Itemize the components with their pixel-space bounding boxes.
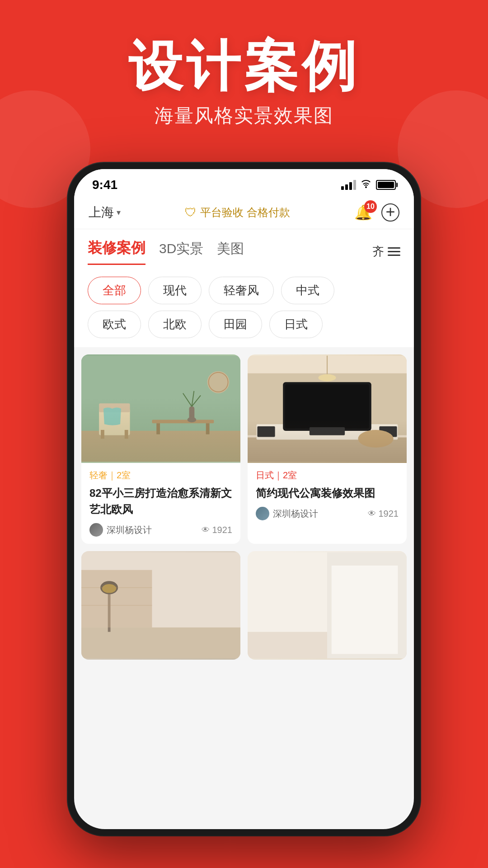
svg-rect-5 xyxy=(99,409,130,435)
svg-rect-18 xyxy=(248,438,407,462)
card-2-body: 日式｜2室 简约现代公寓装修效果图 深圳杨设计 👁 1921 xyxy=(248,463,407,528)
platform-text: 平台验收 合格付款 xyxy=(200,205,290,220)
card-1-author-name: 深圳杨设计 xyxy=(107,524,152,536)
card-1-image xyxy=(81,354,240,463)
chip-all[interactable]: 全部 xyxy=(88,277,141,304)
chevron-down-icon: ▾ xyxy=(117,208,121,217)
chip-japanese-label: 日式 xyxy=(284,317,308,331)
svg-rect-2 xyxy=(152,420,214,423)
chip-garden[interactable]: 田园 xyxy=(209,311,262,338)
chip-luxury[interactable]: 轻奢风 xyxy=(209,277,274,304)
chip-nordic[interactable]: 北欧 xyxy=(148,311,202,338)
svg-rect-23 xyxy=(258,426,275,437)
platform-badge: 🛡 平台验收 合格付款 xyxy=(185,205,290,220)
chip-modern-label: 现代 xyxy=(163,283,187,297)
chip-all-label: 全部 xyxy=(103,283,126,297)
card-3[interactable] xyxy=(81,551,240,660)
card-2-views: 👁 1921 xyxy=(368,509,399,519)
filter-row-2: 欧式 北欧 田园 日式 xyxy=(88,311,400,338)
more-label: 齐 xyxy=(372,244,384,259)
svg-rect-3 xyxy=(156,423,160,434)
card-2-image xyxy=(248,354,407,463)
svg-point-26 xyxy=(358,430,393,448)
card-2-tag: 日式｜2室 xyxy=(256,469,399,481)
nav-actions: 🔔 10 + xyxy=(354,203,399,222)
card-1-body: 轻奢｜2室 82平小三房打造治愈系清新文艺北欧风 深圳杨设计 👁 1921 xyxy=(81,463,240,544)
svg-rect-21 xyxy=(285,384,369,429)
card-1-avatar xyxy=(89,523,103,537)
svg-rect-22 xyxy=(320,430,333,434)
svg-rect-34 xyxy=(81,570,152,627)
card-3-image xyxy=(81,551,240,660)
tab-3d[interactable]: 3D实景 xyxy=(159,240,203,264)
card-2-meta: 深圳杨设计 👁 1921 xyxy=(256,507,399,520)
svg-rect-4 xyxy=(206,423,210,434)
svg-rect-6 xyxy=(99,403,130,412)
svg-rect-30 xyxy=(81,627,240,658)
notification-button[interactable]: 🔔 10 xyxy=(354,204,372,221)
card-2-title: 简约现代公寓装修效果图 xyxy=(256,485,399,501)
svg-point-9 xyxy=(188,417,197,423)
status-time: 9:41 xyxy=(92,178,117,192)
shield-icon: 🛡 xyxy=(185,206,197,220)
chip-japanese[interactable]: 日式 xyxy=(269,311,323,338)
card-2[interactable]: 日式｜2室 简约现代公寓装修效果图 深圳杨设计 👁 1921 xyxy=(248,354,407,544)
city-name: 上海 xyxy=(89,204,114,221)
chip-chinese[interactable]: 中式 xyxy=(281,277,334,304)
tab-more[interactable]: 齐 xyxy=(372,244,400,259)
status-icons xyxy=(341,179,396,191)
add-button[interactable]: + xyxy=(381,203,399,222)
card-1-meta: 深圳杨设计 👁 1921 xyxy=(89,523,232,537)
card-1-author: 深圳杨设计 xyxy=(89,523,152,537)
tab-beauty[interactable]: 美图 xyxy=(217,240,244,264)
card-2-author: 深圳杨设计 xyxy=(256,507,318,520)
svg-rect-7 xyxy=(101,430,104,439)
city-selector[interactable]: 上海 ▾ xyxy=(89,204,121,221)
tab-renovation-label: 装修案例 xyxy=(88,240,145,256)
svg-rect-1 xyxy=(81,431,240,462)
svg-point-14 xyxy=(207,371,230,393)
chip-nordic-label: 北欧 xyxy=(163,317,187,331)
chip-modern[interactable]: 现代 xyxy=(148,277,202,304)
svg-rect-25 xyxy=(310,427,345,435)
card-2-author-name: 深圳杨设计 xyxy=(273,508,318,520)
chip-luxury-label: 轻奢风 xyxy=(224,283,259,297)
hero-title: 设计案例 xyxy=(0,36,488,96)
tab-bar: 装修案例 3D实景 美图 齐 xyxy=(74,229,414,269)
card-4[interactable] xyxy=(248,551,407,660)
top-nav: 上海 ▾ 🛡 平台验收 合格付款 🔔 10 + xyxy=(74,196,414,229)
notification-badge: 10 xyxy=(364,200,377,213)
hero-section: 设计案例 海量风格实景效果图 xyxy=(0,0,488,146)
svg-rect-10 xyxy=(189,406,195,420)
chip-european-label: 欧式 xyxy=(103,317,126,331)
svg-point-28 xyxy=(318,374,336,382)
card-2-view-count: 1921 xyxy=(379,509,399,519)
phone-screen: 9:41 上海 xyxy=(74,169,414,829)
content-grid: 轻奢｜2室 82平小三房打造治愈系清新文艺北欧风 深圳杨设计 👁 1921 xyxy=(74,347,414,667)
card-1-title: 82平小三房打造治愈系清新文艺北欧风 xyxy=(89,485,232,518)
eye-icon: 👁 xyxy=(202,525,210,535)
svg-rect-8 xyxy=(125,430,128,439)
filter-section: 全部 现代 轻奢风 中式 欧式 xyxy=(74,269,414,347)
card-2-avatar xyxy=(256,507,269,520)
add-icon: + xyxy=(385,204,395,220)
hero-subtitle: 海量风格实景效果图 xyxy=(0,103,488,128)
filter-row-1: 全部 现代 轻奢风 中式 xyxy=(88,277,400,304)
phone-mockup: 9:41 上海 xyxy=(68,163,420,835)
tab-3d-label: 3D实景 xyxy=(159,241,203,256)
card-1-tag: 轻奢｜2室 xyxy=(89,469,232,481)
card-1-view-count: 1921 xyxy=(212,525,233,535)
signal-icon xyxy=(341,180,356,190)
card-1[interactable]: 轻奢｜2室 82平小三房打造治愈系清新文艺北欧风 深圳杨设计 👁 1921 xyxy=(81,354,240,544)
svg-rect-19 xyxy=(257,424,398,439)
chip-european[interactable]: 欧式 xyxy=(88,311,141,338)
chip-garden-label: 田园 xyxy=(224,317,247,331)
card-1-views: 👁 1921 xyxy=(202,525,233,535)
eye-icon-2: 👁 xyxy=(368,509,376,519)
wifi-icon xyxy=(361,179,371,191)
tab-renovation[interactable]: 装修案例 xyxy=(88,238,145,265)
tab-beauty-label: 美图 xyxy=(217,241,244,256)
status-bar: 9:41 xyxy=(74,169,414,196)
chip-chinese-label: 中式 xyxy=(296,283,319,297)
svg-rect-24 xyxy=(379,426,397,437)
